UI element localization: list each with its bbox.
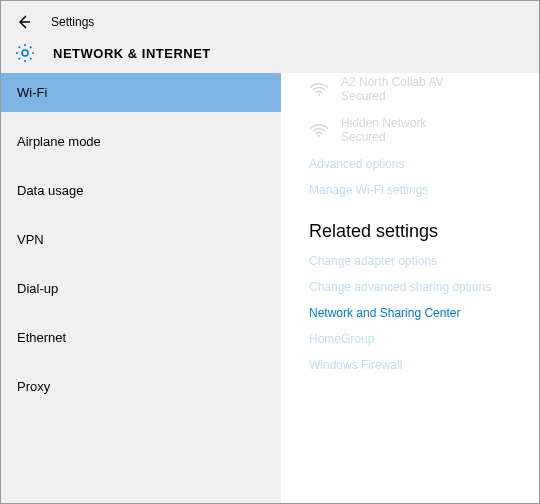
back-arrow-icon[interactable] (15, 13, 33, 31)
sidebar-item-label: Wi-Fi (17, 85, 47, 100)
sidebar-item-airplane[interactable]: Airplane mode (1, 122, 281, 161)
sidebar-item-label: Data usage (17, 183, 84, 198)
settings-header: Settings NETWORK & INTERNET (1, 1, 539, 73)
page-title: NETWORK & INTERNET (53, 46, 211, 61)
sidebar-item-label: Proxy (17, 379, 50, 394)
link-advanced-options[interactable]: Advanced options (309, 157, 521, 171)
sidebar-item-proxy[interactable]: Proxy (1, 367, 281, 406)
link-windows-firewall[interactable]: Windows Firewall (309, 358, 521, 372)
wifi-network-status: Secured (341, 130, 426, 144)
app-title: Settings (51, 15, 94, 29)
wifi-network-name: A2 North Collab AV (341, 75, 444, 89)
content-pane: A2 North Collab AV Secured Hidden Networ… (281, 73, 539, 504)
sidebar-item-data-usage[interactable]: Data usage (1, 171, 281, 210)
sidebar-item-dialup[interactable]: Dial-up (1, 269, 281, 308)
sidebar-item-wifi[interactable]: Wi-Fi (1, 73, 281, 112)
sidebar: Wi-Fi Airplane mode Data usage VPN Dial-… (1, 73, 281, 504)
wifi-icon (309, 121, 329, 139)
header-top-row: Settings (1, 9, 539, 35)
link-manage-wifi[interactable]: Manage Wi-Fi settings (309, 183, 521, 197)
svg-point-0 (22, 50, 28, 56)
sidebar-item-label: Ethernet (17, 330, 66, 345)
sidebar-item-label: VPN (17, 232, 44, 247)
sidebar-item-ethernet[interactable]: Ethernet (1, 318, 281, 357)
sidebar-item-vpn[interactable]: VPN (1, 220, 281, 259)
link-homegroup[interactable]: HomeGroup (309, 332, 521, 346)
svg-point-2 (318, 135, 320, 137)
link-network-sharing-center[interactable]: Network and Sharing Center (309, 306, 521, 320)
svg-point-1 (318, 94, 320, 96)
wifi-network-status: Secured (341, 89, 444, 103)
sidebar-item-label: Dial-up (17, 281, 58, 296)
related-settings-header: Related settings (309, 221, 521, 242)
wifi-network-text: A2 North Collab AV Secured (341, 75, 444, 104)
sidebar-item-label: Airplane mode (17, 134, 101, 149)
main-layout: Wi-Fi Airplane mode Data usage VPN Dial-… (1, 73, 539, 504)
wifi-icon (309, 80, 329, 98)
link-change-adapter[interactable]: Change adapter options (309, 254, 521, 268)
wifi-network-row[interactable]: Hidden Network Secured (309, 116, 521, 145)
wifi-network-text: Hidden Network Secured (341, 116, 426, 145)
wifi-network-row[interactable]: A2 North Collab AV Secured (309, 75, 521, 104)
header-main-row: NETWORK & INTERNET (1, 35, 539, 71)
gear-icon (15, 43, 35, 63)
wifi-network-name: Hidden Network (341, 116, 426, 130)
link-change-sharing[interactable]: Change advanced sharing options (309, 280, 521, 294)
